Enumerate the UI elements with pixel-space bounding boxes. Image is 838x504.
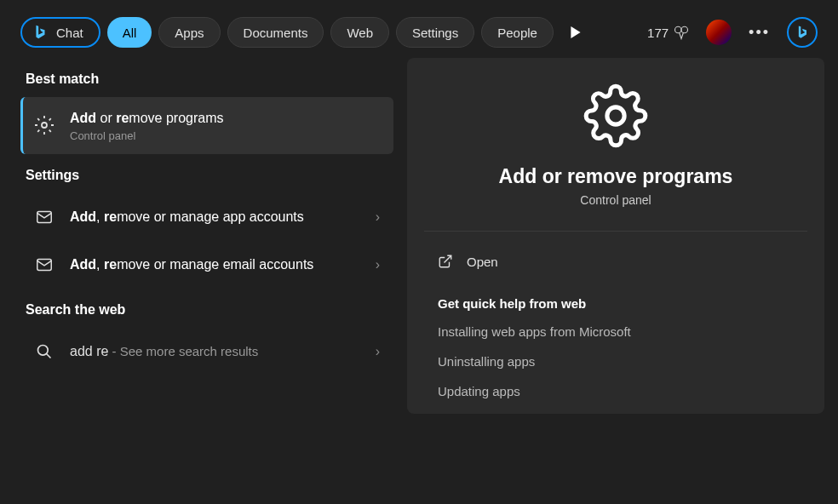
chevron-right-icon: › — [376, 344, 380, 359]
svg-point-7 — [607, 107, 624, 124]
svg-rect-3 — [37, 211, 52, 222]
web-heading: Search the web — [26, 302, 393, 318]
web-search-item[interactable]: add re - See more search results › — [20, 328, 393, 375]
svg-point-1 — [681, 26, 688, 33]
result-title: Add or remove programs — [70, 109, 380, 128]
tab-people[interactable]: People — [481, 17, 554, 48]
best-match-heading: Best match — [26, 72, 393, 87]
help-heading: Get quick help from web — [438, 296, 794, 311]
more-menu[interactable]: ••• — [749, 24, 770, 42]
chevron-right-icon: › — [376, 257, 380, 272]
play-icon — [570, 26, 582, 38]
settings-item-app-accounts[interactable]: Add, remove or manage app accounts › — [20, 193, 393, 241]
tab-web[interactable]: Web — [330, 17, 389, 48]
svg-line-6 — [47, 353, 51, 358]
bing-chat-button[interactable] — [787, 17, 818, 48]
tab-apps[interactable]: Apps — [158, 17, 220, 48]
rewards-points[interactable]: 177 — [647, 25, 689, 40]
tab-settings[interactable]: Settings — [396, 17, 474, 48]
search-icon — [32, 340, 56, 364]
gear-icon — [32, 113, 56, 137]
tab-documents[interactable]: Documents — [227, 17, 324, 48]
web-query: add re - See more search results — [70, 342, 362, 361]
svg-line-8 — [445, 255, 451, 262]
svg-point-2 — [42, 123, 47, 128]
help-link-uninstall[interactable]: Uninstalling apps — [438, 354, 794, 369]
best-match-item[interactable]: Add or remove programs Control panel — [20, 97, 393, 154]
tab-all[interactable]: All — [107, 17, 152, 48]
results-panel: Best match Add or remove programs Contro… — [14, 58, 393, 414]
open-action[interactable]: Open — [438, 250, 794, 272]
gear-icon-large — [583, 83, 648, 148]
result-subtitle: Control panel — [70, 129, 380, 142]
open-label: Open — [467, 255, 498, 269]
header-tabs: Chat All Apps Documents Web Settings Peo… — [0, 0, 838, 58]
detail-panel: Add or remove programs Control panel Ope… — [407, 58, 824, 414]
result-title: Add, remove or manage email accounts — [70, 255, 362, 274]
help-link-update[interactable]: Updating apps — [438, 384, 794, 398]
user-avatar[interactable] — [706, 20, 732, 45]
bing-icon — [794, 24, 811, 41]
bing-icon — [31, 23, 49, 42]
detail-subtitle: Control panel — [580, 193, 651, 207]
chat-pill[interactable]: Chat — [20, 17, 100, 48]
settings-item-email-accounts[interactable]: Add, remove or manage email accounts › — [20, 241, 393, 289]
help-link-install[interactable]: Installing web apps from Microsoft — [438, 324, 794, 339]
settings-heading: Settings — [26, 168, 393, 183]
more-tabs-button[interactable] — [560, 17, 591, 48]
chevron-right-icon: › — [376, 209, 380, 225]
detail-title: Add or remove programs — [499, 165, 733, 188]
svg-rect-4 — [37, 259, 52, 270]
svg-point-0 — [675, 26, 682, 33]
result-title: Add, remove or manage app accounts — [70, 208, 362, 226]
open-icon — [438, 254, 453, 269]
chat-label: Chat — [56, 26, 83, 40]
mail-icon — [32, 253, 56, 277]
mail-icon — [32, 205, 56, 229]
svg-point-5 — [38, 345, 49, 355]
rewards-icon — [674, 25, 689, 40]
